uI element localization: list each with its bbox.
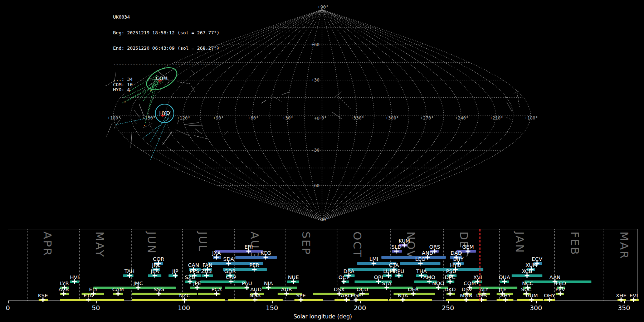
shower-code-label: NDA: [249, 293, 261, 298]
x-axis: Solar longitude (deg) 050100150200250300…: [0, 301, 644, 322]
shower-code-label: AND: [422, 250, 433, 256]
sporadic-meteor-trail: [131, 133, 132, 147]
shower-timeline-chart: APRMAYJUNJULAUGSEPOCTNOVDECJANFEBMARKUME…: [8, 229, 638, 301]
sporadic-meteor-trail: [224, 131, 228, 135]
shower-code-label: JXA: [212, 250, 221, 256]
shower-code-label: JIP: [172, 268, 178, 274]
month-label: SEP: [301, 231, 312, 255]
shower-bar-noo: [416, 287, 448, 289]
shower-code-label: LUM: [383, 268, 394, 274]
longitude-label: +30°: [283, 115, 293, 121]
shower-code-label: ETA: [83, 293, 93, 298]
month-label: MAY: [94, 231, 105, 258]
shower-code-label: SPE: [296, 293, 306, 298]
meteor-observation-screen: UK0034 Beg: 20251219 18:58:12 (sol = 267…: [0, 0, 644, 322]
shower-code-label: AUR: [281, 287, 292, 292]
shower-code-label: HVI: [70, 274, 79, 280]
shower-code-label: NCC: [522, 280, 533, 286]
shower-code-label: NUE: [288, 274, 299, 280]
shower-code-label: DKD: [444, 287, 456, 292]
shower-code-label: EGE: [351, 293, 361, 298]
longitude-label: +240°: [455, 115, 469, 121]
month-gridline: [443, 229, 444, 301]
month-gridline: [604, 229, 604, 301]
shower-code-label: FEV: [555, 287, 565, 292]
axis-tick-label: 100: [178, 304, 190, 312]
month-gridline: [79, 229, 80, 301]
shower-code-label: SSG: [153, 287, 164, 292]
shower-code-label: HYD: [450, 262, 461, 268]
trail-end-dot: [144, 125, 145, 127]
latitude-label: +30: [311, 77, 319, 83]
shower-code-label: NOO: [432, 280, 444, 286]
shower-code-label: PAU: [242, 280, 252, 286]
shower-code-label: GDR: [224, 268, 236, 274]
sporadic-meteor-trail: [513, 91, 518, 94]
longitude-label: +300°: [386, 115, 399, 121]
shower-code-label: EVI: [629, 293, 638, 298]
axis-tick-label: 0: [6, 304, 10, 312]
axis-tick-label: 250: [442, 304, 454, 312]
month-label: OCT: [352, 231, 363, 258]
longitude-label: +330°: [351, 115, 364, 121]
sporadic-meteor-trail: [517, 92, 519, 107]
shower-code-label: LYR: [60, 280, 69, 286]
shower-code-label: XCB: [522, 268, 532, 274]
shower-code-label: KUM: [399, 238, 410, 244]
shower-code-label: DAD: [450, 250, 462, 256]
shower-code-label: OCT: [338, 274, 349, 280]
shower-code-label: KCG: [260, 250, 271, 256]
shower-code-label: EHY: [453, 256, 464, 262]
sporadic-meteor-trail: [134, 110, 140, 117]
axis-tick-label: 200: [354, 304, 366, 312]
shower-code-label: RPU: [394, 268, 404, 274]
shower-code-label: FED: [556, 280, 566, 286]
shower-bar-sta: [340, 287, 413, 289]
latitude-label: -60: [311, 183, 319, 188]
current-sol-line: [480, 229, 481, 301]
latitude-label: +60: [311, 42, 319, 47]
shower-code-label: KSE: [38, 293, 48, 298]
shower-code-label: AMO: [423, 274, 435, 280]
com-radiant-label: COM: [156, 75, 168, 81]
shower-code-label: ERI: [244, 244, 253, 250]
shower-code-label: PCA: [211, 287, 222, 292]
shower-code-label: XHE: [616, 293, 626, 298]
shower-code-label: OER: [408, 287, 419, 292]
axis-tick-label: 350: [618, 304, 630, 312]
shower-code-label: ECV: [532, 256, 542, 262]
shower-code-label: TAH: [125, 268, 135, 274]
month-label: JUL: [197, 231, 208, 252]
shower-code-label: JLE: [499, 287, 507, 292]
shower-code-label: STA: [382, 280, 391, 286]
shower-code-label: CAP: [226, 274, 236, 280]
sporadic-meteor-trail: [114, 72, 116, 83]
shower-code-label: CAN: [188, 262, 199, 268]
month-label: FEB: [569, 231, 580, 256]
sporadic-meteor-trail: [106, 81, 114, 86]
shower-code-label: QUA: [499, 274, 510, 280]
grid-line: [218, 10, 322, 221]
month-label: MAR: [619, 231, 630, 260]
axis-tick: [184, 301, 185, 303]
longitude-label: +180°: [107, 115, 121, 121]
shower-code-label: DSX: [334, 287, 345, 292]
sporadic-meteor-trail: [184, 123, 199, 125]
pole-label-south: -90°: [317, 217, 328, 222]
shower-code-label: ORI: [374, 274, 383, 280]
latitude-label: -30: [311, 147, 319, 153]
com-meteor-trail: [127, 82, 163, 101]
sporadic-meteor-trail: [332, 112, 342, 119]
sporadic-meteor-trail: [271, 96, 282, 102]
axis-tick: [96, 301, 97, 303]
shower-code-label: AUD: [250, 287, 262, 292]
shower-code-label: SLD: [391, 244, 401, 250]
shower-code-label: GUM: [526, 293, 538, 298]
shower-code-label: SDA: [223, 256, 234, 262]
sporadic-meteor-trail: [191, 70, 195, 74]
shower-code-label: MON: [460, 293, 473, 298]
shower-code-label: JPE: [193, 280, 201, 286]
shower-code-label: AVB: [59, 287, 69, 292]
x-axis-title: Solar longitude (deg): [293, 313, 352, 320]
shower-code-label: LMI: [369, 256, 378, 262]
